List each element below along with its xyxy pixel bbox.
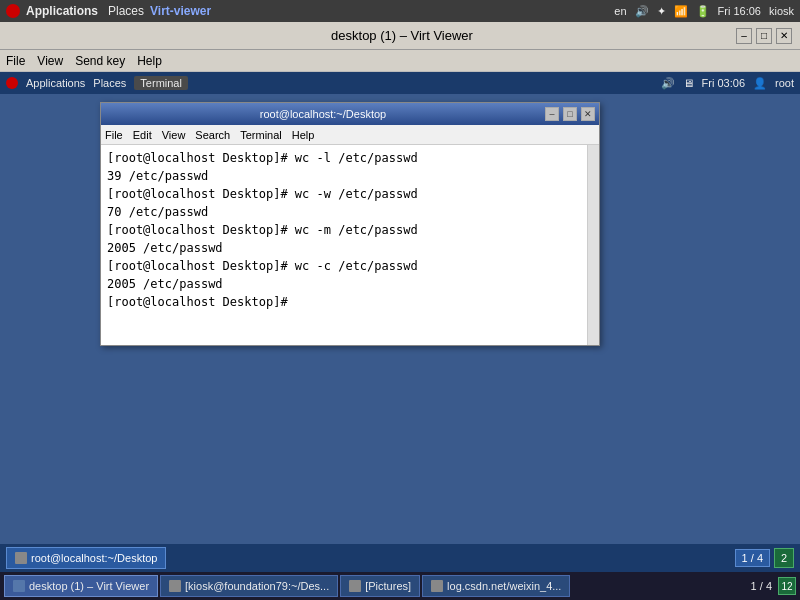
outer-task-1[interactable]: [kiosk@foundation79:~/Des... <box>160 575 338 597</box>
inner-task-terminal[interactable]: root@localhost:~/Desktop <box>6 547 166 569</box>
terminal-close-btn[interactable]: ✕ <box>581 107 595 121</box>
terminal-line-2: [root@localhost Desktop]# wc -w /etc/pas… <box>107 185 593 203</box>
inner-task-terminal-icon <box>15 552 27 564</box>
outer-task-0-icon <box>13 580 25 592</box>
terminal-line-0: [root@localhost Desktop]# wc -l /etc/pas… <box>107 149 593 167</box>
terminal-content[interactable]: [root@localhost Desktop]# wc -l /etc/pas… <box>101 145 599 345</box>
inner-places[interactable]: Places <box>93 77 126 89</box>
vv-titlebar: desktop (1) – Virt Viewer – □ ✕ <box>0 22 800 50</box>
terminal-line-6: [root@localhost Desktop]# wc -c /etc/pas… <box>107 257 593 275</box>
vv-content: Applications Places Terminal 🔊 🖥 Fri 03:… <box>0 72 800 572</box>
system-applications[interactable]: Applications <box>26 4 98 18</box>
terminal-line-1: 39 /etc/passwd <box>107 167 593 185</box>
outer-task-1-icon <box>169 580 181 592</box>
inner-user-icon: 👤 <box>753 77 767 90</box>
inner-monitor-icon: 🖥 <box>683 77 694 89</box>
terminal-window: root@localhost:~/Desktop – □ ✕ File Edit… <box>100 102 600 346</box>
terminal-title: root@localhost:~/Desktop <box>105 108 541 120</box>
inner-taskbar-bottom: root@localhost:~/Desktop 1 / 4 2 <box>0 544 800 572</box>
terminal-max-btn[interactable]: □ <box>563 107 577 121</box>
outer-task-2[interactable]: [Pictures] <box>340 575 420 597</box>
vv-title: desktop (1) – Virt Viewer <box>68 28 736 43</box>
outer-task-3-icon <box>431 580 443 592</box>
inner-pager[interactable]: 1 / 4 <box>735 549 770 567</box>
vv-win-controls: – □ ✕ <box>736 28 792 44</box>
sys-time: Fri 16:06 <box>718 5 761 17</box>
inner-terminal-btn[interactable]: Terminal <box>134 76 188 90</box>
sys-wifi-icon: 📶 <box>674 5 688 18</box>
outer-pager: 1 / 4 <box>747 578 776 594</box>
inner-sys-info: 🔊 🖥 Fri 03:06 👤 root <box>661 77 794 90</box>
inner-user: root <box>775 77 794 89</box>
terminal-line-8: [root@localhost Desktop]# <box>107 293 593 311</box>
system-logo <box>6 4 20 18</box>
vv-minimize-btn[interactable]: – <box>736 28 752 44</box>
terminal-line-7: 2005 /etc/passwd <box>107 275 593 293</box>
terminal-menu-view[interactable]: View <box>162 129 186 141</box>
terminal-menu-edit[interactable]: Edit <box>133 129 152 141</box>
sys-battery-icon: 🔋 <box>696 5 710 18</box>
outer-task-2-icon <box>349 580 361 592</box>
sys-sound-icon: 🔊 <box>635 5 649 18</box>
terminal-menu-file[interactable]: File <box>105 129 123 141</box>
inner-time: Fri 03:06 <box>702 77 745 89</box>
terminal-menu-help[interactable]: Help <box>292 129 315 141</box>
terminal-min-btn[interactable]: – <box>545 107 559 121</box>
terminal-menu-search[interactable]: Search <box>195 129 230 141</box>
vv-menu-send-key[interactable]: Send key <box>75 54 125 68</box>
inner-logo <box>6 77 18 89</box>
vv-menu-help[interactable]: Help <box>137 54 162 68</box>
vv-maximize-btn[interactable]: □ <box>756 28 772 44</box>
terminal-line-3: 70 /etc/passwd <box>107 203 593 221</box>
sys-bt-icon: ✦ <box>657 5 666 18</box>
system-places[interactable]: Places <box>108 4 144 18</box>
virt-viewer-outer: Applications Places Virt-viewer en 🔊 ✦ 📶… <box>0 0 800 600</box>
vv-menubar: File View Send key Help <box>0 50 800 72</box>
inner-applications[interactable]: Applications <box>26 77 85 89</box>
outer-taskbar: desktop (1) – Virt Viewer [kiosk@foundat… <box>0 572 800 600</box>
system-bar: Applications Places Virt-viewer en 🔊 ✦ 📶… <box>0 0 800 22</box>
outer-notif[interactable]: 12 <box>778 577 796 595</box>
terminal-titlebar: root@localhost:~/Desktop – □ ✕ <box>101 103 599 125</box>
vv-menu-file[interactable]: File <box>6 54 25 68</box>
outer-task-3[interactable]: log.csdn.net/weixin_4... <box>422 575 570 597</box>
terminal-menu-terminal[interactable]: Terminal <box>240 129 282 141</box>
terminal-line-5: 2005 /etc/passwd <box>107 239 593 257</box>
terminal-line-4: [root@localhost Desktop]# wc -m /etc/pas… <box>107 221 593 239</box>
desktop-area: home <box>0 94 800 572</box>
outer-task-0[interactable]: desktop (1) – Virt Viewer <box>4 575 158 597</box>
sys-lang: en <box>614 5 626 17</box>
vv-close-btn[interactable]: ✕ <box>776 28 792 44</box>
inner-notif[interactable]: 2 <box>774 548 794 568</box>
terminal-scrollbar[interactable] <box>587 145 599 345</box>
system-virt-viewer: Virt-viewer <box>150 4 211 18</box>
inner-sound-icon: 🔊 <box>661 77 675 90</box>
sys-user: kiosk <box>769 5 794 17</box>
vv-menu-view[interactable]: View <box>37 54 63 68</box>
inner-taskbar-top: Applications Places Terminal 🔊 🖥 Fri 03:… <box>0 72 800 94</box>
terminal-menubar: File Edit View Search Terminal Help <box>101 125 599 145</box>
system-info: en 🔊 ✦ 📶 🔋 Fri 16:06 kiosk <box>614 5 794 18</box>
